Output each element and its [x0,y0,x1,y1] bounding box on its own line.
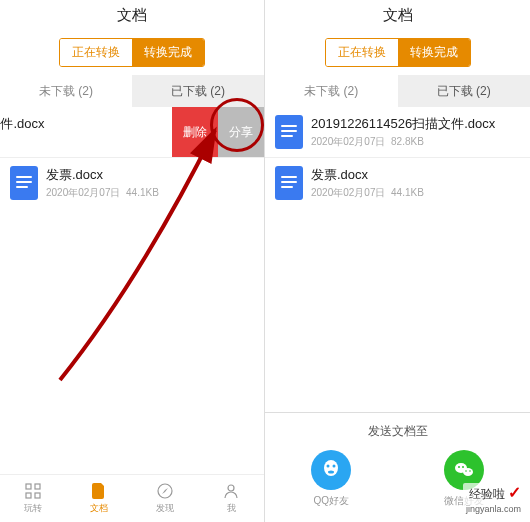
file-row[interactable]: 114526扫描文件.docx 7日 82.8KB 删除 分享 [0,107,172,157]
svg-rect-3 [35,493,40,498]
seg-done[interactable]: 转换完成 [398,39,470,66]
check-icon: ✓ [508,484,521,501]
nav-doc[interactable]: 文档 [66,475,132,522]
file-name: 发票.docx [311,166,520,184]
svg-rect-0 [26,484,31,489]
file-meta: 2020年02月07日 44.1KB [46,186,254,200]
file-row[interactable]: 发票.docx 2020年02月07日 44.1KB [265,158,530,208]
watermark: 经验啦 ✓ jingyanla.com [463,483,524,516]
share-label: QQ好友 [313,494,349,508]
share-button[interactable]: 分享 [218,107,264,157]
page-title: 文档 [0,0,264,30]
svg-point-15 [469,470,471,472]
nav-label: 我 [227,502,236,515]
seg-converting[interactable]: 正在转换 [60,39,132,66]
segment-control[interactable]: 正在转换 转换完成 [59,38,205,67]
tab-not-downloaded[interactable]: 未下载 (2) [265,75,398,107]
svg-point-13 [462,466,464,468]
document-icon [90,482,108,500]
document-icon [275,166,303,200]
user-icon [222,482,240,500]
segment-control[interactable]: 正在转换 转换完成 [325,38,471,67]
page-title: 文档 [265,0,530,30]
svg-point-14 [465,470,467,472]
file-meta: 2020年02月07日 44.1KB [311,186,520,200]
download-tabs: 未下载 (2) 已下载 (2) [265,75,530,107]
seg-converting[interactable]: 正在转换 [326,39,398,66]
bottom-nav: 玩转 文档 发现 我 [0,474,264,522]
tab-not-downloaded[interactable]: 未下载 (2) [0,75,132,107]
left-pane: 文档 正在转换 转换完成 未下载 (2) 已下载 (2) 114526扫描文件.… [0,0,265,522]
qq-icon [311,450,351,490]
svg-point-12 [458,466,460,468]
file-name: 20191226114526扫描文件.docx [311,115,520,133]
nav-label: 发现 [156,502,174,515]
document-icon [275,115,303,149]
nav-label: 玩转 [24,502,42,515]
document-icon [10,166,38,200]
download-tabs: 未下载 (2) 已下载 (2) [0,75,264,107]
file-meta: 7日 82.8KB [0,135,162,149]
svg-rect-1 [35,484,40,489]
svg-point-7 [327,465,330,468]
svg-point-9 [328,471,334,474]
file-row[interactable]: 20191226114526扫描文件.docx 2020年02月07日 82.8… [265,107,530,157]
svg-point-8 [333,465,336,468]
file-meta: 2020年02月07日 82.8KB [311,135,520,149]
seg-done[interactable]: 转换完成 [132,39,204,66]
delete-button[interactable]: 删除 [172,107,218,157]
tab-downloaded[interactable]: 已下载 (2) [132,75,264,107]
nav-discover[interactable]: 发现 [132,475,198,522]
svg-point-6 [324,460,338,476]
nav-label: 文档 [90,502,108,515]
file-name: 发票.docx [46,166,254,184]
svg-rect-2 [26,493,31,498]
file-name: 114526扫描文件.docx [0,115,162,133]
nav-play[interactable]: 玩转 [0,475,66,522]
grid-icon [24,482,42,500]
right-pane: 文档 正在转换 转换完成 未下载 (2) 已下载 (2) 20191226114… [265,0,530,522]
nav-me[interactable]: 我 [198,475,264,522]
tab-downloaded[interactable]: 已下载 (2) [398,75,531,107]
svg-point-11 [463,468,473,476]
compass-icon [156,482,174,500]
sheet-title: 发送文档至 [265,423,530,450]
share-qq[interactable]: QQ好友 [311,450,351,508]
file-row[interactable]: 发票.docx 2020年02月07日 44.1KB [0,158,264,208]
swipe-actions: 删除 分享 [172,107,264,157]
svg-point-5 [228,485,234,491]
